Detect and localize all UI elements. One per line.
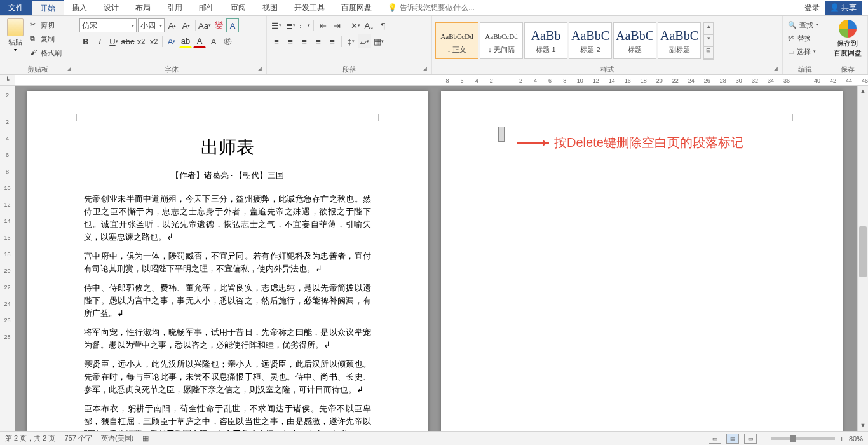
style-5[interactable]: AaBbC副标题 [658, 22, 701, 59]
find-button[interactable]: 🔍查找▾ [786, 18, 820, 31]
tab-insert[interactable]: 插入 [64, 0, 95, 15]
char-shading-button[interactable]: A [207, 34, 220, 48]
vertical-scrollbar[interactable]: ▲ ▼ [857, 86, 868, 431]
paragraph-mark-selection[interactable] [498, 127, 505, 142]
justify-button[interactable]: ≡ [312, 34, 325, 48]
paragraph-dialog-launcher[interactable]: ◢ [423, 64, 427, 74]
scroll-down-icon[interactable]: ▼ [858, 420, 868, 431]
phonetic-button[interactable]: 變 [212, 18, 225, 32]
style-2[interactable]: AaBb标题 1 [524, 22, 567, 59]
read-mode-button[interactable]: ▭ [709, 434, 721, 444]
align-right-button[interactable]: ≡ [298, 34, 311, 48]
bold-button[interactable]: B [79, 34, 92, 48]
shrink-font-button[interactable]: A▾ [180, 18, 193, 32]
clipboard-dialog-launcher[interactable]: ◢ [67, 64, 71, 74]
page-1[interactable]: 出师表 【作者】诸葛亮 · 【朝代】三国 先帝创业未半而中道崩殂，今天下三分，益… [27, 91, 428, 431]
crop-mark [76, 114, 84, 121]
cut-button[interactable]: ✂剪切 [30, 18, 62, 31]
numbering-button[interactable]: ≣▾ [284, 18, 297, 32]
tell-me-search[interactable]: 💡 告诉我您想要做什么... [388, 0, 475, 15]
tab-view[interactable]: 视图 [254, 0, 286, 15]
font-size-combo[interactable]: 小四▾ [138, 18, 165, 32]
select-button[interactable]: ▭选择▾ [786, 45, 820, 58]
align-center-button[interactable]: ≡ [284, 34, 297, 48]
italic-button[interactable]: I [93, 34, 106, 48]
line-spacing-button[interactable]: ‡▾ [344, 34, 357, 48]
borders-button[interactable]: ▦▾ [372, 34, 385, 48]
style-1[interactable]: AaBbCcDd↓ 无间隔 [480, 22, 523, 59]
change-case-button[interactable]: Aa▾ [198, 18, 211, 32]
replace-button[interactable]: ᵃ⁄ᵇ替换 [786, 32, 820, 44]
format-painter-button[interactable]: 🖌格式刷 [30, 46, 62, 59]
style-3[interactable]: AaBbC标题 2 [569, 22, 612, 59]
vertical-ruler[interactable]: 2246810121416182022242628 [0, 86, 15, 431]
font-color-button[interactable]: A [193, 34, 206, 48]
tab-review[interactable]: 审阅 [222, 0, 254, 15]
distribute-button[interactable]: ≡ [326, 34, 339, 48]
tab-home[interactable]: 开始 [32, 0, 64, 15]
zoom-level[interactable]: 80% [849, 435, 863, 442]
enclose-char-button[interactable]: ㊕ [221, 34, 234, 48]
underline-button[interactable]: U▾ [107, 34, 120, 48]
document-title[interactable]: 出师表 [84, 135, 371, 160]
sort-button[interactable]: A↓ [363, 18, 376, 32]
increase-indent-button[interactable]: ⇥ [330, 18, 343, 32]
paragraph[interactable]: 将军向宠，性行淑均，晓畅军事，试用于昔日，先帝称之曰能，是以众议举宠为督。愚以为… [84, 326, 371, 352]
language-status[interactable]: 英语(美国) [101, 434, 133, 443]
ruler-corner[interactable]: ┗ [0, 75, 15, 85]
web-layout-button[interactable]: ▭ [744, 434, 757, 444]
bullets-button[interactable]: ☰▾ [270, 18, 283, 32]
paragraph[interactable]: 宫中府中，俱为一体，陟罚臧否，不宜异同。若有作奸犯科及为忠善者，宜付有司论其刑赏… [84, 250, 371, 275]
save-baidu-button[interactable]: 保存到 百度网盘 [831, 17, 864, 58]
style-0[interactable]: AaBbCcDd↓ 正文 [435, 22, 478, 59]
document-subtitle[interactable]: 【作者】诸葛亮 · 【朝代】三国 [84, 170, 371, 181]
subscript-button[interactable]: x2 [135, 34, 147, 48]
tab-baidu[interactable]: 百度网盘 [333, 0, 380, 15]
share-icon: 👤 [830, 3, 839, 12]
page-count[interactable]: 第 2 页，共 2 页 [5, 434, 55, 443]
scroll-up-icon[interactable]: ▲ [858, 86, 868, 97]
login-link[interactable]: 登录 [804, 3, 820, 13]
tab-mailings[interactable]: 邮件 [191, 0, 222, 15]
print-layout-button[interactable]: ▤ [726, 434, 739, 444]
styles-more-button[interactable]: ▴▾⊟ [703, 22, 714, 60]
ruler-page2[interactable]: 8642246810121416182022242628303234364042… [445, 75, 868, 86]
multilevel-button[interactable]: ≔▾ [298, 18, 311, 32]
tab-layout[interactable]: 布局 [127, 0, 159, 15]
font-dialog-launcher[interactable]: ◢ [257, 64, 262, 74]
text-effects-button[interactable]: A▾ [165, 34, 178, 48]
group-font: 仿宋▾ 小四▾ A▴ A▾ Aa▾ 變 A B I U▾ abc x2 x2 [76, 16, 267, 74]
tab-design[interactable]: 设计 [95, 0, 127, 15]
zoom-out-button[interactable]: − [762, 435, 766, 442]
paste-button[interactable]: 粘贴 ▾ [3, 17, 27, 53]
macro-icon[interactable]: ▦ [142, 434, 149, 442]
scroll-thumb[interactable] [859, 226, 867, 277]
zoom-in-button[interactable]: + [840, 435, 844, 442]
char-border-button[interactable]: A [226, 18, 239, 32]
shading-button[interactable]: ▱▾ [358, 34, 371, 48]
tab-file[interactable]: 文件 [0, 0, 32, 15]
zoom-slider[interactable] [771, 437, 835, 440]
styles-dialog-launcher[interactable]: ◢ [773, 64, 778, 74]
page-2[interactable]: 按Delete键删除空白页的段落标记 [441, 91, 843, 431]
style-4[interactable]: AaBbC标题 [613, 22, 656, 59]
grow-font-button[interactable]: A▴ [166, 18, 179, 32]
paragraph[interactable]: 臣本布衣，躬耕于南阳，苟全性命于乱世，不求闻达于诸侯。先帝不以臣卑鄙，猥自枉屈，… [84, 402, 371, 431]
font-name-combo[interactable]: 仿宋▾ [79, 18, 137, 32]
paragraph[interactable]: 先帝创业未半而中道崩殂，今天下三分，益州疲弊，此诚危急存亡之秋也。然侍卫之臣不懈… [84, 193, 371, 243]
align-left-button[interactable]: ≡ [270, 34, 283, 48]
tab-developer[interactable]: 开发工具 [286, 0, 333, 15]
highlight-button[interactable]: ab [179, 34, 192, 48]
show-marks-button[interactable]: ¶ [377, 18, 390, 32]
paragraph[interactable]: 侍中、侍郎郭攸之、费祎、董允等，此皆良实，志虑忠纯，是以先帝简拔以遗陛下。愚以为… [84, 282, 371, 320]
tab-references[interactable]: 引用 [159, 0, 191, 15]
document-scroll[interactable]: 出师表 【作者】诸葛亮 · 【朝代】三国 先帝创业未半而中道崩殂，今天下三分，益… [15, 86, 868, 431]
decrease-indent-button[interactable]: ⇤ [316, 18, 329, 32]
paragraph[interactable]: 亲贤臣，远小人，此先汉所以兴隆也；亲小人，远贤臣，此后汉所以倾颓也。先帝在时，每… [84, 358, 371, 396]
word-count[interactable]: 757 个字 [64, 434, 92, 443]
strikethrough-button[interactable]: abc [121, 34, 134, 48]
superscript-button[interactable]: x2 [148, 34, 159, 48]
share-button[interactable]: 👤 共享 [825, 1, 862, 15]
asian-layout-button[interactable]: ✕▾ [349, 18, 362, 32]
copy-button[interactable]: ⧉复制 [30, 32, 62, 45]
